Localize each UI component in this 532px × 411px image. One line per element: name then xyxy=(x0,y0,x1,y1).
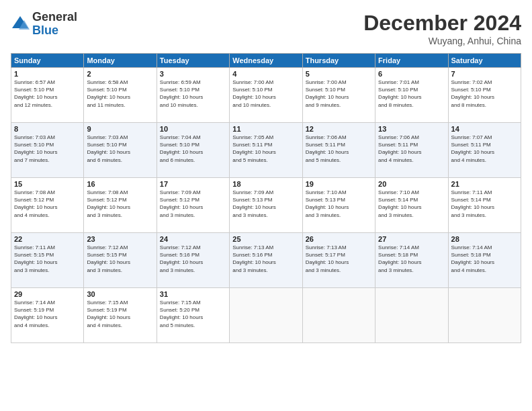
table-row: 3Sunrise: 6:59 AM Sunset: 5:10 PM Daylig… xyxy=(157,68,229,123)
day-info: Sunrise: 7:06 AM Sunset: 5:11 PM Dayligh… xyxy=(306,134,372,164)
col-thursday: Thursday xyxy=(302,54,375,68)
logo-text: General Blue xyxy=(32,11,77,38)
day-info: Sunrise: 7:12 AM Sunset: 5:16 PM Dayligh… xyxy=(160,244,226,274)
table-row: 31Sunrise: 7:15 AM Sunset: 5:20 PM Dayli… xyxy=(157,288,229,343)
day-info: Sunrise: 7:02 AM Sunset: 5:10 PM Dayligh… xyxy=(451,79,518,109)
header: General Blue December 2024 Wuyang, Anhui… xyxy=(11,11,521,46)
table-row xyxy=(375,288,448,343)
location: Wuyang, Anhui, China xyxy=(363,36,521,46)
day-number: 7 xyxy=(451,70,518,78)
day-info: Sunrise: 7:10 AM Sunset: 5:13 PM Dayligh… xyxy=(306,189,372,219)
table-row: 4Sunrise: 7:00 AM Sunset: 5:10 PM Daylig… xyxy=(230,68,302,123)
table-row: 19Sunrise: 7:10 AM Sunset: 5:13 PM Dayli… xyxy=(302,178,375,233)
table-row: 21Sunrise: 7:11 AM Sunset: 5:14 PM Dayli… xyxy=(448,178,521,233)
day-number: 18 xyxy=(232,180,299,188)
month-title: December 2024 xyxy=(363,11,521,36)
table-row: 9Sunrise: 7:03 AM Sunset: 5:10 PM Daylig… xyxy=(84,123,157,178)
col-saturday: Saturday xyxy=(448,54,521,68)
day-number: 10 xyxy=(160,125,226,133)
day-info: Sunrise: 6:57 AM Sunset: 5:10 PM Dayligh… xyxy=(14,79,81,109)
calendar-week-row: 15Sunrise: 7:08 AM Sunset: 5:12 PM Dayli… xyxy=(11,178,521,233)
page: General Blue December 2024 Wuyang, Anhui… xyxy=(0,0,532,411)
day-info: Sunrise: 7:08 AM Sunset: 5:12 PM Dayligh… xyxy=(14,189,81,219)
calendar-week-row: 8Sunrise: 7:03 AM Sunset: 5:10 PM Daylig… xyxy=(11,123,521,178)
calendar-table: Sunday Monday Tuesday Wednesday Thursday… xyxy=(11,53,521,343)
day-info: Sunrise: 7:08 AM Sunset: 5:12 PM Dayligh… xyxy=(87,189,153,219)
table-row: 15Sunrise: 7:08 AM Sunset: 5:12 PM Dayli… xyxy=(11,178,84,233)
day-info: Sunrise: 7:14 AM Sunset: 5:18 PM Dayligh… xyxy=(378,244,445,274)
col-friday: Friday xyxy=(375,54,448,68)
day-number: 9 xyxy=(87,125,153,133)
calendar-week-row: 22Sunrise: 7:11 AM Sunset: 5:15 PM Dayli… xyxy=(11,233,521,288)
day-info: Sunrise: 7:09 AM Sunset: 5:13 PM Dayligh… xyxy=(232,189,299,219)
day-info: Sunrise: 7:13 AM Sunset: 5:16 PM Dayligh… xyxy=(232,244,299,274)
day-info: Sunrise: 7:10 AM Sunset: 5:14 PM Dayligh… xyxy=(378,189,445,219)
day-info: Sunrise: 7:04 AM Sunset: 5:10 PM Dayligh… xyxy=(160,134,226,164)
day-info: Sunrise: 7:00 AM Sunset: 5:10 PM Dayligh… xyxy=(306,79,372,109)
title-block: December 2024 Wuyang, Anhui, China xyxy=(363,11,521,46)
day-number: 3 xyxy=(160,70,226,78)
table-row: 27Sunrise: 7:14 AM Sunset: 5:18 PM Dayli… xyxy=(375,233,448,288)
table-row: 28Sunrise: 7:14 AM Sunset: 5:18 PM Dayli… xyxy=(448,233,521,288)
day-number: 17 xyxy=(160,180,226,188)
day-info: Sunrise: 6:59 AM Sunset: 5:10 PM Dayligh… xyxy=(160,79,226,109)
table-row: 30Sunrise: 7:15 AM Sunset: 5:19 PM Dayli… xyxy=(84,288,157,343)
day-info: Sunrise: 7:11 AM Sunset: 5:14 PM Dayligh… xyxy=(451,189,518,219)
day-info: Sunrise: 7:14 AM Sunset: 5:18 PM Dayligh… xyxy=(451,244,518,274)
table-row: 22Sunrise: 7:11 AM Sunset: 5:15 PM Dayli… xyxy=(11,233,84,288)
day-number: 28 xyxy=(451,235,518,243)
day-number: 4 xyxy=(232,70,299,78)
day-info: Sunrise: 7:13 AM Sunset: 5:17 PM Dayligh… xyxy=(306,244,372,274)
logo-general: General xyxy=(32,11,77,24)
day-info: Sunrise: 7:09 AM Sunset: 5:12 PM Dayligh… xyxy=(160,189,226,219)
day-number: 29 xyxy=(14,290,81,298)
day-number: 15 xyxy=(14,180,81,188)
day-info: Sunrise: 7:03 AM Sunset: 5:10 PM Dayligh… xyxy=(14,134,81,164)
table-row xyxy=(230,288,302,343)
calendar-week-row: 1Sunrise: 6:57 AM Sunset: 5:10 PM Daylig… xyxy=(11,68,521,123)
day-number: 19 xyxy=(306,180,372,188)
day-number: 24 xyxy=(160,235,226,243)
col-monday: Monday xyxy=(84,54,157,68)
logo-icon xyxy=(11,15,30,34)
table-row: 6Sunrise: 7:01 AM Sunset: 5:10 PM Daylig… xyxy=(375,68,448,123)
day-number: 26 xyxy=(306,235,372,243)
table-row: 23Sunrise: 7:12 AM Sunset: 5:15 PM Dayli… xyxy=(84,233,157,288)
day-info: Sunrise: 7:05 AM Sunset: 5:11 PM Dayligh… xyxy=(232,134,299,164)
day-number: 21 xyxy=(451,180,518,188)
day-number: 16 xyxy=(87,180,153,188)
table-row: 18Sunrise: 7:09 AM Sunset: 5:13 PM Dayli… xyxy=(230,178,302,233)
day-number: 31 xyxy=(160,290,226,298)
table-row: 26Sunrise: 7:13 AM Sunset: 5:17 PM Dayli… xyxy=(302,233,375,288)
day-info: Sunrise: 7:15 AM Sunset: 5:19 PM Dayligh… xyxy=(87,299,153,329)
day-number: 13 xyxy=(378,125,445,133)
day-number: 22 xyxy=(14,235,81,243)
table-row: 5Sunrise: 7:00 AM Sunset: 5:10 PM Daylig… xyxy=(302,68,375,123)
table-row: 8Sunrise: 7:03 AM Sunset: 5:10 PM Daylig… xyxy=(11,123,84,178)
day-number: 6 xyxy=(378,70,445,78)
table-row: 29Sunrise: 7:14 AM Sunset: 5:19 PM Dayli… xyxy=(11,288,84,343)
logo: General Blue xyxy=(11,11,77,38)
day-number: 14 xyxy=(451,125,518,133)
table-row xyxy=(448,288,521,343)
table-row: 13Sunrise: 7:06 AM Sunset: 5:11 PM Dayli… xyxy=(375,123,448,178)
day-info: Sunrise: 7:00 AM Sunset: 5:10 PM Dayligh… xyxy=(232,79,299,109)
day-info: Sunrise: 7:07 AM Sunset: 5:11 PM Dayligh… xyxy=(451,134,518,164)
logo-blue: Blue xyxy=(32,24,77,38)
calendar-week-row: 29Sunrise: 7:14 AM Sunset: 5:19 PM Dayli… xyxy=(11,288,521,343)
table-row: 20Sunrise: 7:10 AM Sunset: 5:14 PM Dayli… xyxy=(375,178,448,233)
day-number: 20 xyxy=(378,180,445,188)
col-tuesday: Tuesday xyxy=(157,54,229,68)
table-row: 1Sunrise: 6:57 AM Sunset: 5:10 PM Daylig… xyxy=(11,68,84,123)
day-info: Sunrise: 7:03 AM Sunset: 5:10 PM Dayligh… xyxy=(87,134,153,164)
table-row: 16Sunrise: 7:08 AM Sunset: 5:12 PM Dayli… xyxy=(84,178,157,233)
day-number: 8 xyxy=(14,125,81,133)
day-number: 12 xyxy=(306,125,372,133)
day-info: Sunrise: 7:14 AM Sunset: 5:19 PM Dayligh… xyxy=(14,299,81,329)
table-row: 14Sunrise: 7:07 AM Sunset: 5:11 PM Dayli… xyxy=(448,123,521,178)
table-row: 10Sunrise: 7:04 AM Sunset: 5:10 PM Dayli… xyxy=(157,123,229,178)
col-wednesday: Wednesday xyxy=(230,54,302,68)
table-row xyxy=(302,288,375,343)
table-row: 12Sunrise: 7:06 AM Sunset: 5:11 PM Dayli… xyxy=(302,123,375,178)
day-info: Sunrise: 7:01 AM Sunset: 5:10 PM Dayligh… xyxy=(378,79,445,109)
